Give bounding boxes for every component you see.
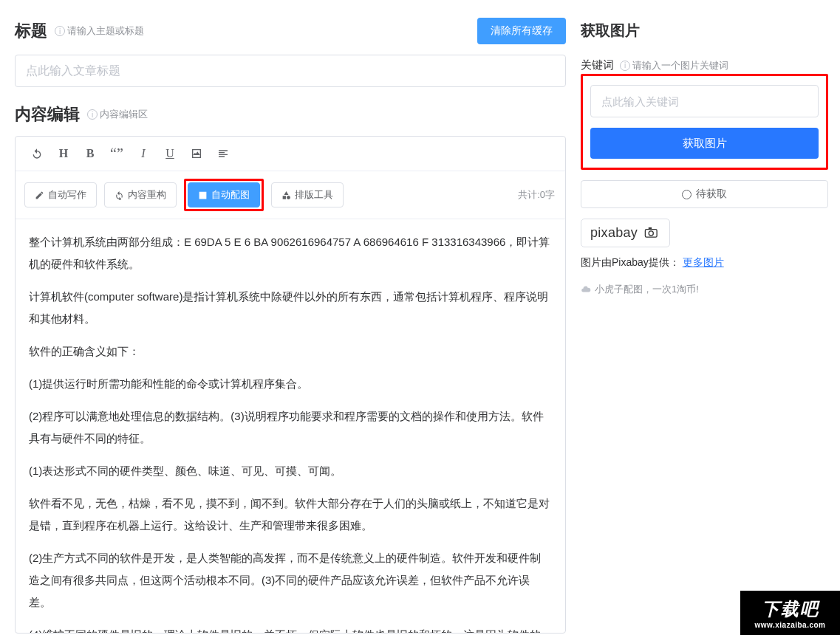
circle-icon <box>682 190 692 199</box>
auto-write-button[interactable]: 自动写作 <box>24 182 97 207</box>
tiger-line: 小虎子配图，一次1淘币! <box>581 283 828 296</box>
align-icon[interactable] <box>211 143 236 165</box>
format-toolbar: H B “” I U <box>16 137 565 171</box>
quote-icon[interactable]: “” <box>104 143 129 165</box>
keyword-hint: i 请输入一个图片关键词 <box>620 59 728 72</box>
content-paragraph: (1)表达形式不同的硬件类型、颜色、味道、可见、可摸、可闻。 <box>29 460 552 482</box>
content-paragraph: (4)维护不同的硬件是旧的，理论上软件是旧的，并不坏，但实际上软件也是旧的和坏的… <box>29 624 552 633</box>
svg-point-1 <box>649 231 653 236</box>
auto-image-button[interactable]: 自动配图 <box>188 182 260 207</box>
image-icon[interactable] <box>184 143 209 165</box>
content-paragraph: (1)提供运行时所需功能和性能的命令或计算机程序集合。 <box>29 373 552 395</box>
article-title-input[interactable] <box>15 55 566 87</box>
keyword-label-row: 关键词 i 请输入一个图片关键词 <box>581 58 828 72</box>
sidebar-title: 获取图片 <box>581 18 828 44</box>
cloud-icon <box>581 284 591 295</box>
title-header: 标题 i 请输入主题或标题 清除所有缓存 <box>15 18 566 44</box>
italic-icon[interactable]: I <box>131 143 156 165</box>
keyword-input[interactable] <box>590 85 819 117</box>
info-icon: i <box>55 26 65 36</box>
highlight-auto-image: 自动配图 <box>184 179 264 211</box>
pending-button[interactable]: 待获取 <box>581 180 828 208</box>
layout-tool-button[interactable]: 排版工具 <box>271 182 344 207</box>
keyword-label: 关键词 <box>581 58 614 72</box>
content-hint: i 内容编辑区 <box>87 108 148 121</box>
clear-cache-button[interactable]: 清除所有缓存 <box>477 18 566 44</box>
char-count: 共计:0字 <box>518 188 555 202</box>
info-icon: i <box>87 109 98 120</box>
pixabay-badge: pixabay <box>581 219 670 247</box>
content-paragraph: 计算机软件(computer software)是指计算机系统中除硬件以外的所有… <box>29 286 552 330</box>
content-paragraph: 软件的正确含义如下： <box>29 340 552 363</box>
camera-icon <box>644 227 660 241</box>
info-icon: i <box>620 61 630 71</box>
underline-icon[interactable]: U <box>157 143 182 165</box>
svg-rect-2 <box>648 227 651 230</box>
highlight-fetch-box: 获取图片 <box>581 74 828 170</box>
heading-icon[interactable]: H <box>51 143 76 165</box>
title-hint: i 请输入主题或标题 <box>55 24 144 38</box>
source-line: 图片由Pixabay提供： 更多图片 <box>581 256 828 270</box>
editor-box: H B “” I U 自动写作 内容重构 <box>15 136 566 634</box>
watermark: 下载吧 www.xiazaiba.com <box>740 591 840 635</box>
restructure-button[interactable]: 内容重构 <box>104 182 177 207</box>
title-label: 标题 <box>15 20 47 42</box>
bold-icon[interactable]: B <box>78 143 103 165</box>
action-toolbar: 自动写作 内容重构 自动配图 排版工具 共计:0字 <box>16 171 565 219</box>
content-paragraph: (2)程序可以满意地处理信息的数据结构。(3)说明程序功能要求和程序需要的文档的… <box>29 405 552 450</box>
editor-content[interactable]: 整个计算机系统由两部分组成：E 69DA 5 E 6 BA 9062616964… <box>16 219 565 633</box>
content-label: 内容编辑 <box>15 103 80 126</box>
fetch-image-button[interactable]: 获取图片 <box>590 128 819 159</box>
undo-icon[interactable] <box>24 143 49 165</box>
content-header: 内容编辑 i 内容编辑区 <box>15 103 566 126</box>
content-paragraph: 整个计算机系统由两部分组成：E 69DA 5 E 6 BA 9062616964… <box>29 231 552 275</box>
content-paragraph: (2)生产方式不同的软件是开发，是人类智能的高发挥，而不是传统意义上的硬件制造。… <box>29 547 552 614</box>
content-paragraph: 软件看不见，无色，枯燥，看不见，摸不到，闻不到。软件大部分存在于人们的头脑或纸上… <box>29 492 552 537</box>
more-images-link[interactable]: 更多图片 <box>683 256 724 268</box>
